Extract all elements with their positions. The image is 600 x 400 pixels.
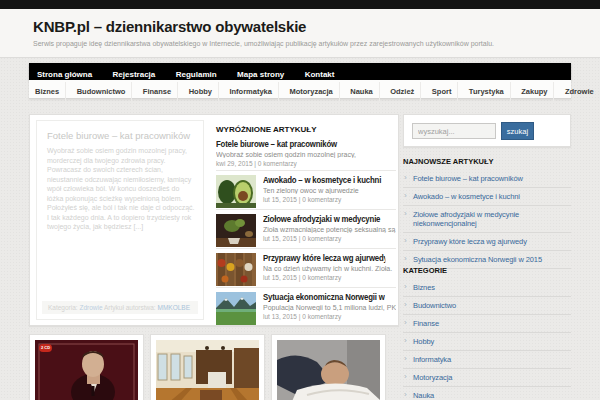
featured-item: Awokado – w kosmetyce i kuchni Ten zielo…	[216, 170, 396, 209]
sidebar-category-link[interactable]: ›Finanse	[403, 315, 571, 333]
sidebar-category-link[interactable]: ›Budownictwo	[403, 297, 571, 315]
categories-section: KATEGORIE ›Biznes ›Budownictwo ›Finanse …	[403, 266, 571, 400]
sidebar-category-link[interactable]: ›Informatyka	[403, 351, 571, 369]
featured-item-title[interactable]: Sytuacja ekonomiczna Norwegii w 2015	[263, 292, 385, 302]
sidebar-category-link[interactable]: ›Motoryzacja	[403, 369, 571, 387]
chevron-right-icon: ›	[404, 390, 407, 399]
hero-article-excerpt: Wyobraź sobie osiem godzin mozolnej prac…	[47, 146, 195, 232]
bottom-thumb-card	[271, 334, 386, 400]
category-nav-item[interactable]: Informatyka	[223, 82, 279, 101]
avocado-thumbnail-image[interactable]	[216, 175, 256, 208]
category-nav-item[interactable]: Odzież	[384, 82, 421, 101]
category-nav-item[interactable]: Sport	[426, 82, 459, 101]
featured-item-excerpt: Na co dzień używamy ich w kuchni. Zioła.	[263, 265, 396, 272]
category-nav-item[interactable]: Nauka	[344, 82, 380, 101]
category-nav-item[interactable]: Budownictwo	[71, 82, 133, 101]
site-header: KNBP.pl – dziennikarstwo obywatelskie Se…	[0, 9, 600, 58]
chevron-right-icon: ›	[404, 173, 407, 182]
hero-footer-label: Kategoria:	[48, 304, 79, 311]
bottom-thumb-card	[150, 334, 265, 400]
chevron-right-icon: ›	[404, 318, 407, 327]
category-nav-item[interactable]: Motoryzacja	[283, 82, 339, 101]
featured-item-excerpt: Populacja Norwegii to 5,1 miliona ludzi,…	[263, 304, 396, 311]
hero-category-link[interactable]: Zdrowie	[79, 304, 102, 311]
top-bar	[0, 0, 600, 9]
sleeping-man-image[interactable]	[277, 340, 380, 400]
site-title[interactable]: KNBP.pl – dziennikarstwo obywatelskie	[33, 18, 306, 35]
featured-item-meta: lut 15, 2015 | 0 komentarzy	[263, 196, 396, 203]
category-nav-item[interactable]: Turystyka	[463, 82, 511, 101]
hero-article-footer: Kategoria: Zdrowie Artykuł autorstwa: MM…	[42, 301, 198, 314]
norway-landscape-thumbnail-image[interactable]	[216, 292, 256, 325]
chevron-right-icon: ›	[404, 300, 407, 309]
herbs-thumbnail-image[interactable]	[216, 214, 256, 247]
featured-item: Sytuacja ekonomiczna Norwegii w 2015 Pop…	[216, 287, 396, 326]
featured-item: Fotele biurowe – kat pracowników Wyobraź…	[216, 139, 396, 170]
chevron-right-icon: ›	[404, 354, 407, 363]
chevron-right-icon: ›	[404, 209, 407, 218]
featured-item-meta: lut 15, 2015 | 0 komentarzy	[263, 274, 396, 281]
featured-heading: WYRÓŻNIONE ARTYKUŁY	[216, 121, 396, 139]
featured-item-title[interactable]: Przyprawy które lecza wg ajurwedy	[263, 253, 385, 263]
category-nav-item[interactable]: Hobby	[183, 82, 219, 101]
category-nav-item[interactable]: Zakupy	[515, 82, 554, 101]
bottom-thumb-card: 2 CD	[29, 334, 144, 400]
hero-author-link[interactable]: MMKOLBE	[157, 304, 190, 311]
featured-item-excerpt: Wyobraź sobie osiem godzin mozolnej prac…	[216, 151, 396, 158]
featured-articles-section: WYRÓŻNIONE ARTYKUŁY Fotele biurowe – kat…	[216, 121, 396, 326]
kitchen-interior-image[interactable]	[156, 340, 259, 400]
recent-articles-heading: NAJNOWSZE ARTYKUŁY	[403, 157, 571, 166]
recent-article-link[interactable]: ›Awokado – w kosmetyce i kuchni	[403, 188, 571, 206]
featured-item-title[interactable]: Awokado – w kosmetyce i kuchni	[263, 175, 385, 185]
featured-item-title[interactable]: Fotele biurowe – kat pracowników	[216, 139, 382, 149]
search-input[interactable]	[412, 123, 496, 139]
sidebar-category-link[interactable]: ›Hobby	[403, 333, 571, 351]
hero-footer-label: Artykuł autorstwa:	[103, 304, 158, 311]
featured-item-meta: lut 15, 2015 | 0 komentarzy	[263, 235, 396, 242]
hero-article-card: Fotele biurowe – kat pracowników Wyobraź…	[36, 120, 204, 320]
chevron-right-icon: ›	[404, 336, 407, 345]
featured-item-excerpt: Ten zielony owoc w ajurwedzie	[263, 187, 396, 194]
recent-articles-section: NAJNOWSZE ARTYKUŁY ›Fotele biurowe – kat…	[403, 157, 571, 269]
sidebar-category-link[interactable]: ›Nauka	[403, 387, 571, 400]
recent-article-link[interactable]: ›Ziołowe afrodyzjaki w medycynie niekonw…	[403, 206, 571, 233]
hero-article-title[interactable]: Fotele biurowe – kat pracowników	[47, 130, 197, 141]
featured-item: Ziołowe afrodyzjaki w medycynie Zioła wz…	[216, 209, 396, 248]
spices-thumbnail-image[interactable]	[216, 253, 256, 286]
category-nav-item[interactable]: Zdrowie	[559, 82, 600, 101]
recent-article-link[interactable]: ›Fotele biurowe – kat pracowników	[403, 170, 571, 188]
main-content-card: Fotele biurowe – kat pracowników Wyobraź…	[29, 114, 399, 326]
main-nav: Strona główna Rejestracja Regulamin Mapa…	[29, 63, 571, 80]
featured-item-meta: kwi 29, 2015 | 0 komentarzy	[216, 160, 396, 167]
featured-item-title[interactable]: Ziołowe afrodyzjaki w medycynie	[263, 214, 385, 224]
chevron-right-icon: ›	[404, 191, 407, 200]
recent-article-link[interactable]: ›Przyprawy które lecza wg ajurwedy	[403, 233, 571, 251]
chevron-right-icon: ›	[404, 254, 407, 263]
cd-badge: 2 CD	[39, 344, 52, 352]
search-button[interactable]: szukaj	[501, 122, 534, 140]
category-nav-item[interactable]: Biznes	[29, 82, 66, 101]
sidebar-category-link[interactable]: ›Biznes	[403, 279, 571, 297]
category-nav-item[interactable]: Finanse	[137, 82, 178, 101]
chevron-right-icon: ›	[404, 236, 407, 245]
featured-item: Przyprawy które lecza wg ajurwedy Na co …	[216, 248, 396, 287]
search-card: szukaj	[403, 114, 571, 147]
categories-heading: KATEGORIE	[403, 266, 571, 275]
chevron-right-icon: ›	[404, 372, 407, 381]
featured-item-meta: lut 13, 2015 | 0 komentarzy	[263, 313, 396, 320]
category-nav: Biznes Budownictwo Finanse Hobby Informa…	[29, 80, 571, 99]
featured-item-excerpt: Zioła wzmacniające potencję seksualną są	[263, 226, 396, 233]
site-tagline: Serwis propaguje ideę dziennikarstwa oby…	[33, 40, 494, 47]
chevron-right-icon: ›	[404, 282, 407, 291]
